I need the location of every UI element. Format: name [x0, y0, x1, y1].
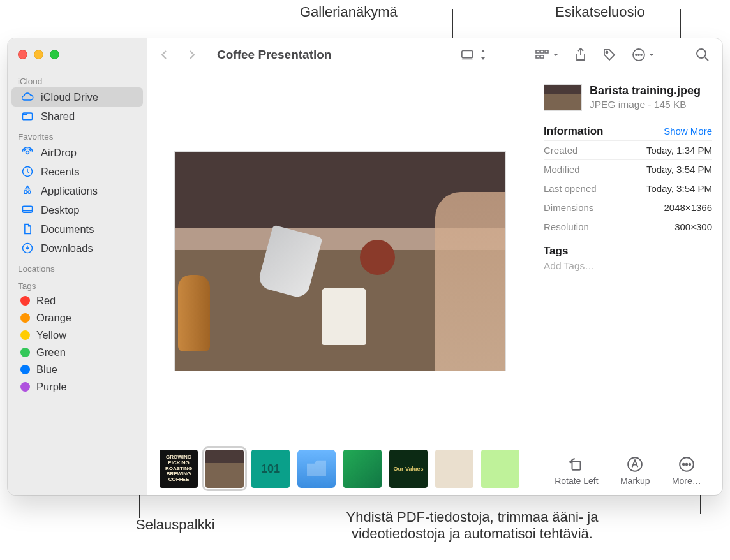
scrubber-bar[interactable]: GROWING PICKING ROASTING BREWING COFFEE …: [160, 450, 520, 495]
sidebar-item-label: Orange: [36, 312, 71, 324]
callout-scrubber: Selauspalkki: [136, 517, 215, 533]
callout-preview-area: Esikatseluosio: [555, 4, 645, 20]
sidebar-item-label: Desktop: [41, 204, 80, 216]
minimize-window-icon[interactable]: [34, 50, 43, 59]
group-button[interactable]: [531, 46, 563, 64]
sidebar-item-label: Recents: [41, 166, 80, 178]
sidebar-tag-blue[interactable]: Blue: [11, 361, 143, 378]
rotate-left-icon: [567, 455, 585, 473]
add-tags-field[interactable]: Add Tags…: [544, 260, 712, 272]
info-row: Last openedToday, 3:54 PM: [544, 179, 712, 198]
sidebar-tag-purple[interactable]: Purple: [11, 378, 143, 395]
svg-point-20: [683, 464, 685, 466]
svg-rect-8: [545, 50, 548, 53]
tag-dot-icon: [20, 348, 30, 357]
svg-point-15: [641, 54, 642, 55]
svg-rect-5: [462, 50, 473, 57]
thumb-item[interactable]: [205, 450, 244, 488]
svg-rect-10: [540, 55, 544, 58]
main-preview-image[interactable]: [160, 71, 520, 450]
sidebar-item-downloads[interactable]: Downloads: [11, 239, 143, 258]
window-title: Coffee Presentation: [217, 48, 331, 62]
more-toolbar-button[interactable]: [628, 45, 659, 64]
sidebar-section-icloud: iCloud: [8, 70, 147, 87]
thumb-item[interactable]: [435, 450, 473, 488]
thumb-item[interactable]: [481, 450, 519, 488]
more-actions-button[interactable]: More…: [672, 455, 701, 486]
preview-filename: Barista training.jpeg: [590, 84, 701, 98]
search-button[interactable]: [692, 45, 713, 64]
markup-button[interactable]: Markup: [620, 455, 650, 486]
markup-icon: [626, 455, 644, 473]
sidebar-section-tags: Tags: [8, 275, 147, 292]
svg-rect-0: [23, 113, 33, 120]
gallery-view: GROWING PICKING ROASTING BREWING COFFEE …: [147, 71, 533, 495]
thumb-item[interactable]: Our Values: [389, 450, 428, 488]
info-row: Dimensions2048×1366: [544, 198, 712, 217]
sidebar-item-label: Purple: [36, 381, 67, 393]
tag-dot-icon: [20, 330, 30, 340]
sidebar-item-label: iCloud Drive: [41, 91, 98, 103]
sidebar-item-label: Shared: [41, 110, 75, 122]
svg-point-14: [638, 54, 639, 55]
show-more-link[interactable]: Show More: [664, 126, 712, 136]
desktop-icon: [20, 203, 34, 217]
sidebar-tag-orange[interactable]: Orange: [11, 309, 143, 327]
view-mode-button[interactable]: [457, 46, 490, 64]
rotate-left-button[interactable]: Rotate Left: [555, 455, 599, 486]
preview-file-meta: JPEG image - 145 KB: [590, 99, 701, 110]
forward-button[interactable]: [184, 47, 200, 63]
sidebar-tag-red[interactable]: Red: [11, 292, 143, 309]
svg-point-22: [689, 464, 690, 466]
preview-pane: Barista training.jpeg JPEG image - 145 K…: [533, 71, 722, 495]
apps-icon: [20, 184, 34, 198]
info-row: ModifiedToday, 3:54 PM: [544, 159, 712, 179]
info-row: CreatedToday, 1:34 PM: [544, 140, 712, 159]
download-icon: [20, 241, 34, 255]
tag-dot-icon: [20, 365, 30, 374]
info-row: Resolution300×300: [544, 217, 712, 236]
tag-dot-icon: [20, 296, 30, 306]
sidebar-item-airdrop[interactable]: AirDrop: [11, 143, 143, 162]
sidebar-tag-green[interactable]: Green: [11, 344, 143, 361]
preview-thumbnail-icon: [544, 84, 582, 111]
svg-point-16: [697, 49, 706, 58]
thumb-item[interactable]: 101: [251, 450, 290, 488]
sidebar-item-label: Blue: [36, 364, 57, 376]
svg-point-13: [636, 54, 637, 55]
tag-button[interactable]: [599, 45, 620, 64]
finder-window: iCloud iCloud Drive Shared Favorites Air…: [8, 38, 722, 495]
cloud-icon: [20, 90, 34, 104]
sidebar-item-label: Yellow: [36, 329, 66, 341]
share-button[interactable]: [570, 45, 591, 64]
sidebar-item-label: Applications: [41, 185, 98, 197]
main-area: Coffee Presentation: [147, 38, 722, 495]
sidebar-item-label: Downloads: [41, 242, 93, 254]
window-traffic-lights[interactable]: [18, 50, 59, 59]
sidebar-item-applications[interactable]: Applications: [11, 181, 143, 200]
tags-section-label: Tags: [544, 245, 712, 258]
svg-point-21: [686, 464, 688, 466]
thumb-item[interactable]: [343, 450, 382, 488]
sidebar-item-shared[interactable]: Shared: [11, 107, 143, 126]
tag-dot-icon: [20, 313, 30, 323]
thumb-item[interactable]: GROWING PICKING ROASTING BREWING COFFEE: [160, 450, 198, 488]
svg-point-1: [26, 151, 29, 154]
sidebar-item-label: AirDrop: [41, 147, 77, 159]
sidebar-item-icloud-drive[interactable]: iCloud Drive: [11, 87, 143, 107]
svg-rect-7: [540, 50, 544, 53]
sidebar: iCloud iCloud Drive Shared Favorites Air…: [8, 38, 147, 495]
zoom-window-icon[interactable]: [50, 50, 59, 59]
sidebar-item-desktop[interactable]: Desktop: [11, 200, 143, 219]
clock-icon: [20, 165, 34, 179]
tag-dot-icon: [20, 382, 30, 392]
thumb-item[interactable]: [297, 450, 336, 488]
back-button[interactable]: [156, 47, 172, 63]
sidebar-item-documents[interactable]: Documents: [11, 219, 143, 239]
sidebar-item-recents[interactable]: Recents: [11, 162, 143, 181]
toolbar: Coffee Presentation: [147, 38, 722, 71]
svg-rect-6: [536, 50, 539, 53]
sidebar-tag-yellow[interactable]: Yellow: [11, 327, 143, 344]
close-window-icon[interactable]: [18, 50, 27, 59]
sidebar-section-favorites: Favorites: [8, 126, 147, 143]
